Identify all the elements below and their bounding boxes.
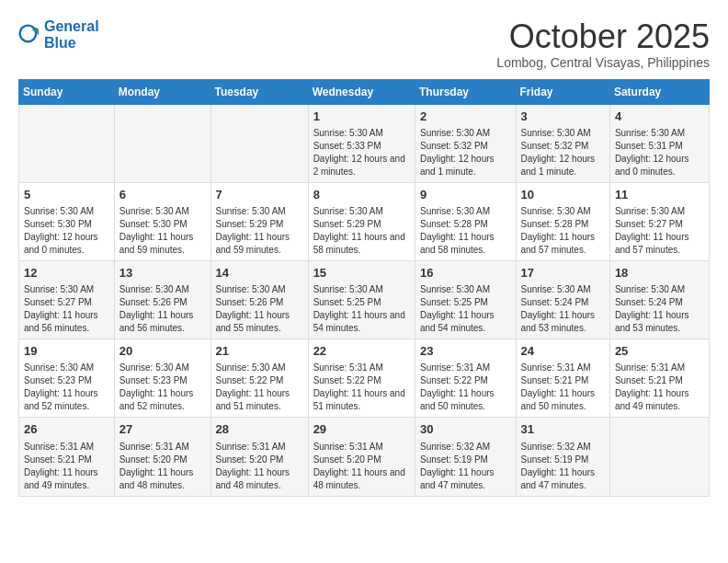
day-info: Daylight: 11 hours and 58 minutes.: [313, 231, 410, 257]
day-info: Daylight: 11 hours and 47 minutes.: [420, 466, 511, 492]
day-number: 25: [615, 343, 704, 360]
calendar-day-25: 25Sunrise: 5:31 AMSunset: 5:21 PMDayligh…: [609, 339, 709, 418]
weekday-header-saturday: Saturday: [609, 79, 709, 104]
calendar-day-2: 2Sunrise: 5:30 AMSunset: 5:32 PMDaylight…: [415, 104, 516, 182]
day-number: 9: [420, 187, 511, 203]
day-info: Sunrise: 5:30 AM: [313, 283, 410, 296]
calendar-day-21: 21Sunrise: 5:30 AMSunset: 5:22 PMDayligh…: [210, 339, 308, 418]
day-info: Daylight: 12 hours and 0 minutes.: [615, 153, 704, 178]
calendar-day-3: 3Sunrise: 5:30 AMSunset: 5:32 PMDaylight…: [516, 104, 609, 182]
day-number: 7: [216, 187, 303, 203]
day-number: 2: [420, 109, 511, 125]
day-info: Sunset: 5:33 PM: [313, 140, 410, 153]
logo-icon: [18, 24, 40, 46]
day-info: Sunset: 5:22 PM: [420, 374, 511, 387]
calendar-day-6: 6Sunrise: 5:30 AMSunset: 5:30 PMDaylight…: [114, 182, 210, 260]
day-info: Sunset: 5:32 PM: [521, 140, 605, 153]
calendar-day-26: 26Sunrise: 5:31 AMSunset: 5:21 PMDayligh…: [19, 418, 115, 496]
weekday-header-sunday: Sunday: [19, 79, 115, 104]
day-info: Sunset: 5:26 PM: [119, 296, 206, 309]
day-number: 17: [521, 265, 605, 282]
day-info: Daylight: 11 hours and 56 minutes.: [119, 309, 206, 335]
day-number: 22: [313, 343, 410, 360]
day-number: 18: [615, 265, 704, 282]
day-number: 24: [521, 343, 605, 360]
day-info: Daylight: 12 hours and 1 minute.: [521, 153, 605, 178]
calendar-empty-cell: [19, 104, 115, 182]
logo: General Blue: [18, 18, 99, 52]
day-info: Sunset: 5:27 PM: [24, 296, 109, 309]
title-block: October 2025 Lombog, Central Visayas, Ph…: [496, 18, 710, 70]
day-info: Daylight: 11 hours and 51 minutes.: [313, 387, 410, 413]
day-info: Sunset: 5:30 PM: [24, 218, 109, 231]
day-info: Daylight: 11 hours and 47 minutes.: [521, 466, 605, 492]
day-number: 19: [24, 343, 109, 360]
calendar-week-row: 1Sunrise: 5:30 AMSunset: 5:33 PMDaylight…: [19, 104, 710, 182]
day-info: Sunset: 5:21 PM: [24, 454, 109, 466]
day-info: Sunset: 5:23 PM: [119, 374, 206, 387]
day-info: Sunset: 5:24 PM: [615, 296, 704, 309]
location-title: Lombog, Central Visayas, Philippines: [496, 55, 710, 70]
day-info: Daylight: 11 hours and 59 minutes.: [216, 231, 303, 257]
calendar-day-28: 28Sunrise: 5:31 AMSunset: 5:20 PMDayligh…: [210, 418, 308, 496]
day-info: Sunrise: 5:30 AM: [313, 127, 410, 140]
day-number: 31: [521, 421, 605, 438]
day-info: Daylight: 11 hours and 57 minutes.: [615, 231, 704, 257]
day-info: Sunrise: 5:30 AM: [216, 283, 303, 296]
day-info: Sunrise: 5:30 AM: [420, 205, 511, 218]
day-info: Daylight: 11 hours and 48 minutes.: [119, 466, 206, 492]
weekday-header-friday: Friday: [516, 79, 609, 104]
calendar-day-24: 24Sunrise: 5:31 AMSunset: 5:21 PMDayligh…: [516, 339, 609, 418]
calendar-week-row: 19Sunrise: 5:30 AMSunset: 5:23 PMDayligh…: [19, 339, 710, 418]
month-title: October 2025: [496, 18, 710, 55]
day-info: Sunrise: 5:32 AM: [521, 441, 605, 454]
day-info: Daylight: 11 hours and 53 minutes.: [615, 309, 704, 335]
calendar-day-11: 11Sunrise: 5:30 AMSunset: 5:27 PMDayligh…: [609, 182, 709, 260]
calendar-day-9: 9Sunrise: 5:30 AMSunset: 5:28 PMDaylight…: [415, 182, 516, 260]
day-info: Sunrise: 5:31 AM: [615, 362, 704, 374]
day-number: 1: [313, 109, 410, 125]
calendar-day-14: 14Sunrise: 5:30 AMSunset: 5:26 PMDayligh…: [210, 260, 308, 339]
day-info: Sunset: 5:29 PM: [216, 218, 303, 231]
day-info: Sunrise: 5:30 AM: [24, 362, 109, 374]
day-info: Daylight: 11 hours and 52 minutes.: [119, 387, 206, 413]
day-info: Sunset: 5:20 PM: [216, 454, 303, 466]
day-info: Daylight: 11 hours and 59 minutes.: [119, 231, 206, 257]
calendar-day-1: 1Sunrise: 5:30 AMSunset: 5:33 PMDaylight…: [308, 104, 415, 182]
calendar-day-30: 30Sunrise: 5:32 AMSunset: 5:19 PMDayligh…: [415, 418, 516, 496]
weekday-header-wednesday: Wednesday: [308, 79, 415, 104]
day-info: Sunrise: 5:31 AM: [216, 441, 303, 454]
day-number: 3: [521, 109, 605, 125]
day-info: Daylight: 12 hours and 2 minutes.: [313, 153, 410, 178]
day-info: Daylight: 11 hours and 50 minutes.: [521, 387, 605, 413]
day-info: Daylight: 11 hours and 53 minutes.: [521, 309, 605, 335]
day-info: Daylight: 12 hours and 1 minute.: [420, 153, 511, 178]
day-info: Daylight: 11 hours and 50 minutes.: [420, 387, 511, 413]
day-info: Daylight: 11 hours and 48 minutes.: [313, 466, 410, 492]
day-info: Sunrise: 5:31 AM: [119, 441, 206, 454]
day-number: 6: [119, 187, 206, 203]
calendar-day-29: 29Sunrise: 5:31 AMSunset: 5:20 PMDayligh…: [308, 418, 415, 496]
day-info: Sunset: 5:20 PM: [313, 454, 410, 466]
calendar-day-15: 15Sunrise: 5:30 AMSunset: 5:25 PMDayligh…: [308, 260, 415, 339]
calendar-day-17: 17Sunrise: 5:30 AMSunset: 5:24 PMDayligh…: [516, 260, 609, 339]
day-info: Sunset: 5:32 PM: [420, 140, 511, 153]
day-info: Sunset: 5:28 PM: [420, 218, 511, 231]
calendar-day-19: 19Sunrise: 5:30 AMSunset: 5:23 PMDayligh…: [19, 339, 115, 418]
day-number: 26: [24, 421, 109, 438]
calendar-day-7: 7Sunrise: 5:30 AMSunset: 5:29 PMDaylight…: [210, 182, 308, 260]
day-info: Sunrise: 5:30 AM: [615, 127, 704, 140]
logo-text: General Blue: [44, 18, 99, 52]
day-info: Sunset: 5:24 PM: [521, 296, 605, 309]
day-info: Sunset: 5:22 PM: [216, 374, 303, 387]
day-info: Sunset: 5:29 PM: [313, 218, 410, 231]
day-number: 29: [313, 421, 410, 438]
calendar-day-13: 13Sunrise: 5:30 AMSunset: 5:26 PMDayligh…: [114, 260, 210, 339]
day-number: 15: [313, 265, 410, 282]
day-info: Daylight: 11 hours and 54 minutes.: [313, 309, 410, 335]
day-info: Sunset: 5:25 PM: [420, 296, 511, 309]
calendar-day-8: 8Sunrise: 5:30 AMSunset: 5:29 PMDaylight…: [308, 182, 415, 260]
day-info: Sunrise: 5:30 AM: [521, 205, 605, 218]
day-info: Sunset: 5:26 PM: [216, 296, 303, 309]
day-info: Sunset: 5:19 PM: [420, 454, 511, 466]
